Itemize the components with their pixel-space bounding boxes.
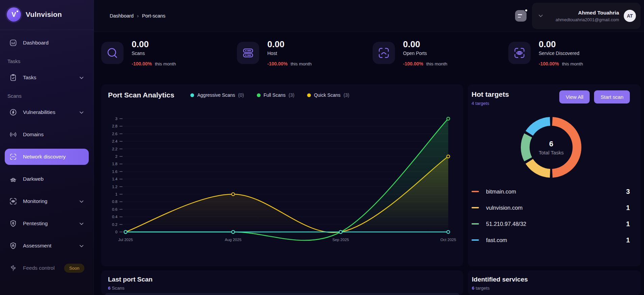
- stat-change: -100.00%: [539, 61, 559, 66]
- svg-text:2.2: 2.2: [112, 147, 117, 151]
- start-scan-button[interactable]: Start scan: [594, 90, 630, 104]
- sidebar-item-assessment[interactable]: Assessment: [5, 238, 89, 254]
- sidebar-item-tasks[interactable]: Tasks: [5, 69, 89, 86]
- chevron-down-icon: [78, 220, 85, 227]
- svg-text:1.8: 1.8: [112, 162, 117, 166]
- chevron-down-icon: [78, 198, 85, 205]
- chart-legend: Aggressive Scans(0)Full Scans(3)Quick Sc…: [190, 92, 349, 98]
- line-chart: 00.20.40.60.811.21.41.61.822.22.42.62.83…: [104, 107, 456, 255]
- svg-text:0.6: 0.6: [112, 207, 117, 211]
- svg-text:2.6: 2.6: [112, 132, 117, 136]
- breadcrumb: Dashboard›Port-scans: [110, 13, 165, 19]
- tasks-donut-chart: 6 Total Tasks: [514, 110, 588, 184]
- donut-slice-bitmain-com[interactable]: [552, 121, 577, 173]
- hot-targets-header: Hot targets 4 targets View All Start sca…: [468, 84, 641, 106]
- legend-name: Aggressive Scans: [197, 92, 235, 98]
- sidebar-section-label: Tasks: [7, 58, 86, 64]
- chevron-down-icon[interactable]: [537, 12, 544, 19]
- stat-value: 0.00: [267, 39, 312, 50]
- stat-value: 0.00: [132, 39, 176, 50]
- notification-icon[interactable]: [515, 10, 527, 22]
- breadcrumb-item[interactable]: Port-scans: [142, 13, 165, 19]
- target-row-vulnvision-com[interactable]: vulnvision.com1: [472, 200, 630, 216]
- stat-texts: 0.00Open Ports-100.00%this month: [403, 39, 447, 66]
- donut-slice-51-210-97-48-32[interactable]: [525, 135, 528, 159]
- breadcrumb-item[interactable]: Dashboard: [110, 13, 134, 19]
- pentesting-icon: [9, 219, 18, 228]
- legend-name: Quick Scans: [314, 92, 341, 98]
- legend-dot: [190, 93, 194, 97]
- svg-text:1: 1: [115, 192, 117, 196]
- stat-label: Service Discovered: [539, 51, 583, 56]
- stat-card-open-ports: 0.00Open Ports-100.00%this month: [373, 36, 508, 70]
- legend-count: (0): [238, 92, 244, 98]
- donut-slice-vulnvision-com[interactable]: [529, 161, 550, 173]
- user-menu[interactable]: Ahmed Touahria ahmedtouahria2001@gmail.c…: [532, 3, 641, 29]
- stat-texts: 0.00Host-100.00%this month: [267, 39, 312, 66]
- sidebar-item-darkweb[interactable]: Darkweb: [5, 171, 89, 187]
- sidebar-item-label: Domains: [23, 131, 44, 138]
- stat-value: 0.00: [539, 39, 583, 50]
- sidebar-item-dashboard[interactable]: Dashboard: [5, 35, 89, 51]
- soon-badge: Soon: [64, 264, 84, 273]
- sidebar-nav: DashboardTasksTasksScansVulnerabilitiesD…: [0, 30, 93, 276]
- vulnvision-dashboard: V Vulnvision DashboardTasksTasksScansVul…: [0, 0, 644, 295]
- sidebar-item-label: Assessment: [23, 243, 51, 249]
- legend-item-full-scans[interactable]: Full Scans(3): [257, 92, 294, 98]
- table-header-peek: [105, 293, 459, 295]
- svg-text:1.6: 1.6: [112, 170, 117, 174]
- legend-item-aggressive-scans[interactable]: Aggressive Scans(0): [190, 92, 244, 98]
- legend-name: Full Scans: [264, 92, 286, 98]
- target-count: 1: [626, 220, 630, 228]
- open-ports-icon: [373, 42, 395, 64]
- stat-period: this month: [562, 61, 583, 66]
- breadcrumb-separator: ›: [137, 13, 139, 19]
- stat-change: -100.00%: [403, 61, 423, 66]
- user-texts: Ahmed Touahria ahmedtouahria2001@gmail.c…: [556, 10, 619, 22]
- target-row-51-210-97-48-32[interactable]: 51.210.97.48/321: [472, 216, 630, 232]
- topbar-right: Ahmed Touahria ahmedtouahria2001@gmail.c…: [515, 3, 641, 29]
- donut-slice-fast-com[interactable]: [529, 121, 550, 134]
- stat-change: -100.00%: [132, 61, 152, 66]
- sidebar-item-label: Network discovery: [23, 154, 66, 160]
- svg-text:2.4: 2.4: [112, 139, 118, 143]
- sidebar-item-domains[interactable]: Domains: [5, 126, 89, 143]
- sidebar-item-monitoring[interactable]: Monitoring: [5, 193, 89, 209]
- stat-change-row: -100.00%this month: [132, 61, 176, 66]
- sidebar-item-label: Monitoring: [23, 198, 47, 204]
- chevron-down-icon: [78, 243, 85, 249]
- svg-text:0.4: 0.4: [112, 215, 118, 219]
- stat-period: this month: [155, 61, 176, 66]
- stat-period: this month: [291, 61, 312, 66]
- legend-item-quick-scans[interactable]: Quick Scans(3): [307, 92, 349, 98]
- target-color-dash: [472, 223, 479, 225]
- target-label: vulnvision.com: [486, 205, 522, 211]
- donut-svg: [514, 110, 588, 184]
- svg-text:0: 0: [115, 230, 117, 234]
- target-row-fast-com[interactable]: fast.com1: [472, 232, 630, 248]
- legend-dot: [307, 93, 311, 97]
- target-label: fast.com: [486, 237, 507, 243]
- host-icon: [237, 42, 259, 64]
- logo-row: V Vulnvision: [0, 0, 93, 28]
- stat-value: 0.00: [403, 39, 447, 50]
- target-row-bitmain-com[interactable]: bitmain.com3: [472, 183, 630, 200]
- svg-text:Oct 2025: Oct 2025: [440, 238, 456, 242]
- sidebar: V Vulnvision DashboardTasksTasksScansVul…: [0, 0, 94, 295]
- sidebar-item-vulnerabilities[interactable]: Vulnerabilities: [5, 104, 89, 120]
- dashboard-icon: [9, 38, 18, 47]
- view-all-button[interactable]: View All: [559, 90, 590, 104]
- target-color-dash: [472, 191, 479, 193]
- legend-count: (3): [344, 92, 349, 98]
- target-color-dash: [472, 207, 479, 209]
- stat-label: Host: [267, 51, 312, 56]
- sidebar-item-pentesting[interactable]: Pentesting: [5, 215, 89, 232]
- target-label: 51.210.97.48/32: [486, 221, 526, 227]
- stat-texts: 0.00Service Discovered-100.00%this month: [539, 39, 583, 66]
- target-count: 1: [626, 204, 630, 212]
- search-icon: [101, 42, 124, 64]
- sidebar-item-network-discovery[interactable]: Network discovery: [5, 149, 89, 165]
- svg-text:0.8: 0.8: [112, 200, 117, 204]
- sidebar-item-feeds-control[interactable]: Feeds controlSoon: [5, 260, 89, 276]
- avatar[interactable]: AT: [624, 10, 636, 22]
